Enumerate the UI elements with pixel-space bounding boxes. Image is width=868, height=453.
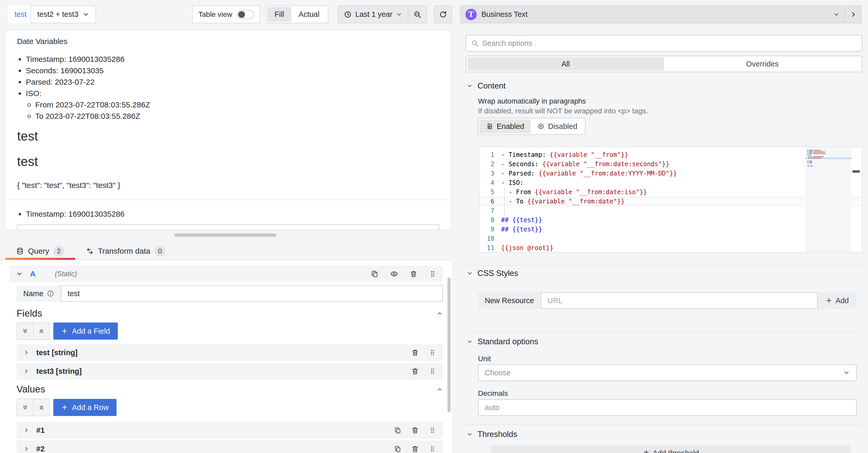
trash-icon[interactable] [410, 270, 417, 278]
value-row[interactable]: #1 [17, 422, 443, 439]
name-input[interactable]: test [61, 285, 443, 302]
url-placeholder: URL [548, 296, 562, 305]
editor-line-code: - ISO: [501, 178, 524, 187]
chevron-right-icon[interactable] [23, 350, 30, 356]
trash-icon[interactable] [411, 367, 419, 375]
editor-line: 8## {{test}} [479, 215, 862, 225]
field-row-actions [411, 349, 436, 356]
table-view-toggle[interactable] [237, 10, 254, 19]
name-input-value: test [68, 289, 80, 298]
editor-line: 3- Parsed: {{variable "__from:date:YYYY-… [479, 169, 862, 178]
collapse-all-button[interactable] [17, 323, 33, 339]
divider [5, 200, 451, 200]
fill-button[interactable]: Fill [267, 7, 291, 22]
values-controls: Add a Row [17, 399, 117, 416]
chevron-right-icon[interactable] [23, 427, 30, 433]
search-options-input[interactable]: Search options [466, 35, 862, 52]
add-field-button[interactable]: Add a Field [53, 323, 118, 339]
list-item: Parsed: 2023-07-22 [17, 76, 439, 88]
collapse-fields-chevron[interactable] [437, 311, 443, 317]
tab-transform-data[interactable]: Transform data 0 [75, 243, 176, 259]
collapse-query-chevron[interactable] [16, 270, 23, 277]
collapse-values-chevron[interactable] [437, 386, 443, 392]
zoom-out-button[interactable] [408, 6, 427, 23]
pane-resize-handle[interactable] [174, 233, 277, 237]
field-row[interactable]: test [string] [17, 344, 443, 361]
tab-all[interactable]: All [467, 57, 664, 71]
add-resource-label: Add [835, 296, 849, 305]
fill-actual-switch: Fill Actual [266, 5, 328, 23]
editor-line-code: ## {{test}} [501, 215, 542, 225]
wrap-enabled-option[interactable]: Enabled [479, 119, 531, 133]
panel-type-select[interactable]: T Business Text [460, 5, 862, 23]
time-range-picker[interactable]: Last 1 year [338, 6, 408, 23]
standard-options-section-header[interactable]: Standard options [467, 337, 538, 346]
chevron-down-icon [843, 369, 850, 376]
dashboard-select[interactable]: test2 + test3 [31, 5, 96, 23]
unit-select[interactable]: Choose [478, 364, 857, 381]
tab-transform-label: Transform data [98, 247, 150, 256]
left-pane-scrollbar[interactable] [447, 278, 451, 412]
editor-line-code: - To {{variable "__from:date"}} [501, 197, 625, 206]
field-row-actions [411, 367, 436, 375]
value-row[interactable]: #2 [17, 441, 443, 453]
trash-icon[interactable] [411, 445, 419, 453]
time-range-group: Last 1 year [338, 5, 427, 23]
content-section-title: Content [477, 81, 506, 91]
add-row-button[interactable]: Add a Row [53, 399, 117, 416]
copy-icon[interactable] [394, 427, 401, 434]
drag-handle-icon[interactable] [429, 445, 436, 452]
tab-query[interactable]: Query 2 [5, 243, 75, 259]
name-label: Name [17, 285, 61, 302]
editor-line: 10 [479, 234, 862, 243]
drag-handle-icon[interactable] [429, 367, 436, 375]
table-view-control: Table view [192, 5, 260, 23]
collapse-options-button[interactable] [845, 6, 861, 23]
chevron-right-icon[interactable] [23, 368, 30, 374]
thresholds-section-header[interactable]: Thresholds [467, 430, 517, 439]
editor-line-code: - From {{variable "__from:date:iso"}} [501, 187, 647, 197]
chevron-right-icon[interactable] [23, 446, 30, 452]
add-resource-button[interactable]: Add [818, 292, 857, 309]
eye-icon[interactable] [390, 270, 398, 278]
add-row-label: Add a Row [72, 403, 109, 412]
panel-editor: test test2 + test3 Table view Fill Actua… [0, 0, 868, 453]
content-code-editor[interactable]: 1- Timestamp: {{variable "__from"}}2- Se… [479, 147, 862, 253]
drag-handle-icon[interactable] [429, 349, 436, 356]
plus-icon [826, 297, 832, 304]
copy-icon[interactable] [371, 270, 379, 278]
trash-icon[interactable] [411, 349, 419, 356]
resource-url-input[interactable]: URL [541, 292, 818, 309]
preview-variable-select[interactable]: test [17, 224, 439, 230]
wrap-disabled-option[interactable]: Disabled [531, 119, 584, 133]
add-threshold-button[interactable]: Add threshold [491, 445, 851, 453]
list-item: From 2023-07-22T08:03:55.286Z [26, 99, 439, 110]
css-styles-section-header[interactable]: CSS Styles [467, 269, 518, 278]
drag-handle-icon[interactable] [429, 427, 436, 434]
refresh-button[interactable] [434, 5, 452, 23]
drag-handle-icon[interactable] [429, 270, 437, 278]
clock-icon [344, 11, 352, 19]
table-view-label: Table view [198, 10, 232, 19]
fields-section-heading: Fields [17, 308, 443, 319]
editor-line: 9## {{test}} [479, 225, 862, 234]
chevron-down-icon [467, 338, 473, 345]
double-chevron-down-icon [22, 328, 28, 334]
breadcrumb[interactable]: test [8, 5, 33, 23]
options-filter-tabs: All Overrides [466, 56, 862, 72]
trash-icon[interactable] [411, 426, 419, 434]
actual-button[interactable]: Actual [291, 7, 327, 22]
expand-all-button[interactable] [33, 399, 49, 416]
editor-minimap[interactable] [805, 147, 851, 252]
content-section-header[interactable]: Content [467, 81, 506, 91]
expand-all-button[interactable] [33, 323, 49, 339]
copy-icon[interactable] [394, 445, 401, 452]
tab-overrides[interactable]: Overrides [664, 57, 861, 71]
divider [466, 331, 862, 332]
decimals-input[interactable]: auto [478, 399, 857, 416]
collapse-all-button[interactable] [17, 399, 33, 416]
field-row[interactable]: test3 [string] [17, 363, 443, 380]
circle-x-icon [537, 123, 544, 130]
enabled-label: Enabled [497, 122, 524, 131]
value-row-label: #2 [36, 445, 44, 453]
